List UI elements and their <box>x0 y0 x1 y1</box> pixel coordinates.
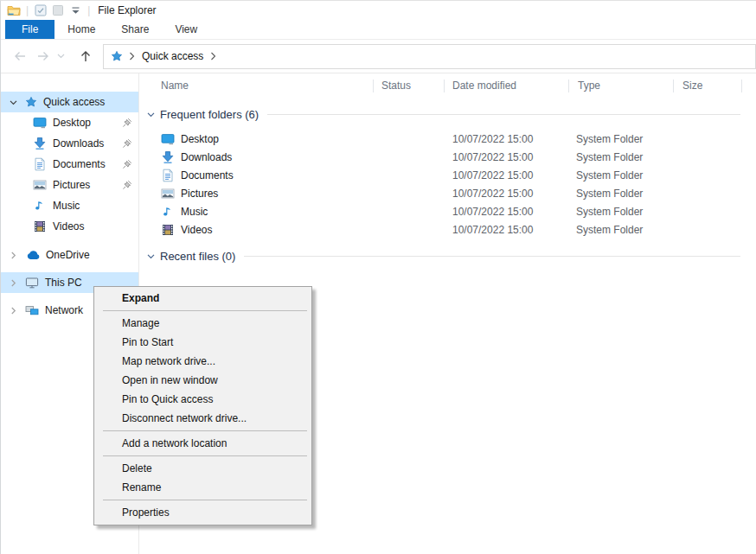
group-label: Recent files (0) <box>160 250 235 263</box>
chevron-right-icon[interactable] <box>9 251 18 260</box>
file-row-music[interactable]: Music10/07/2022 15:00System Folder <box>139 202 756 220</box>
file-date-modified: 10/07/2022 15:00 <box>452 188 533 200</box>
group-chevron-icon[interactable] <box>146 110 156 119</box>
new-item-icon[interactable] <box>50 3 66 18</box>
sidebar-item-downloads[interactable]: Downloads <box>1 133 138 154</box>
file-type: System Folder <box>576 188 643 200</box>
file-date-modified: 10/07/2022 15:00 <box>452 151 533 163</box>
menu-item-add-a-network-location[interactable]: Add a network location <box>94 434 311 453</box>
sidebar-item-label: Downloads <box>53 137 104 150</box>
sidebar-item-label: Network <box>45 304 83 316</box>
desktop-icon <box>161 132 175 146</box>
tab-share[interactable]: Share <box>108 20 162 39</box>
file-explorer-window: | | File Explorer FileHomeShareView Quic… <box>0 0 756 554</box>
videos-icon <box>33 220 47 233</box>
music-icon <box>161 205 175 219</box>
address-bar: Quick access <box>1 40 756 73</box>
sidebar-item-label: Quick access <box>43 96 105 108</box>
file-name: Music <box>181 206 208 218</box>
menu-item-pin-to-start[interactable]: Pin to Start <box>94 333 311 352</box>
menu-item-properties[interactable]: Properties <box>94 503 311 522</box>
menu-item-map-network-drive[interactable]: Map network drive... <box>94 352 311 371</box>
address-box[interactable]: Quick access <box>103 44 756 69</box>
sidebar-item-videos[interactable]: Videos <box>1 216 138 237</box>
file-type: System Folder <box>576 151 643 163</box>
sidebar-item-onedrive[interactable]: OneDrive <box>1 245 138 265</box>
sidebar-item-label: Music <box>53 200 80 212</box>
chevron-right-icon[interactable] <box>9 278 18 288</box>
up-arrow-icon[interactable] <box>74 45 97 67</box>
file-row-downloads[interactable]: Downloads10/07/2022 15:00System Folder <box>139 148 756 166</box>
file-date-modified: 10/07/2022 15:00 <box>452 224 533 236</box>
breadcrumb-chevron-icon[interactable] <box>210 52 216 60</box>
downloads-icon <box>161 150 175 164</box>
properties-check-icon[interactable] <box>33 3 48 18</box>
file-type: System Folder <box>576 224 643 236</box>
file-date-modified: 10/07/2022 15:00 <box>452 206 533 218</box>
column-header-date-modified[interactable]: Date modified <box>445 73 569 97</box>
column-header-size[interactable]: Size <box>674 73 742 97</box>
breadcrumb-chevron-icon[interactable] <box>129 52 135 60</box>
chevron-down-icon[interactable] <box>9 98 18 107</box>
sidebar-item-desktop[interactable]: Desktop <box>1 112 138 133</box>
sidebar-item-documents[interactable]: Documents <box>1 154 138 175</box>
menu-item-rename[interactable]: Rename <box>94 478 311 497</box>
file-type: System Folder <box>576 206 643 218</box>
chevron-right-icon[interactable] <box>9 306 18 315</box>
explorer-logo-icon <box>6 3 22 18</box>
column-header-name[interactable]: Name <box>139 73 374 97</box>
documents-icon <box>33 157 47 171</box>
videos-icon <box>161 223 175 237</box>
menu-item-open-in-new-window[interactable]: Open in new window <box>94 371 311 390</box>
file-date-modified: 10/07/2022 15:00 <box>452 169 533 181</box>
qat-caret-icon[interactable] <box>67 3 83 18</box>
menu-item-expand[interactable]: Expand <box>94 289 311 308</box>
group-header-frequent-folders[interactable]: Frequent folders (6) <box>146 105 756 123</box>
menu-item-delete[interactable]: Delete <box>94 459 311 478</box>
group-header-recent-files[interactable]: Recent files (0) <box>146 247 756 264</box>
menu-separator <box>103 500 307 500</box>
sidebar-item-label: Videos <box>53 220 84 232</box>
sidebar-item-music[interactable]: Music <box>1 195 138 216</box>
this-pc-icon <box>25 276 39 290</box>
menu-separator <box>103 430 307 431</box>
tab-file[interactable]: File <box>5 20 54 39</box>
groups-container: Frequent folders (6)Desktop10/07/2022 15… <box>139 105 756 264</box>
column-header-type[interactable]: Type <box>569 73 674 97</box>
desktop-icon <box>33 116 47 130</box>
sidebar-item-quick-access[interactable]: Quick access <box>1 92 138 112</box>
file-row-pictures[interactable]: Pictures10/07/2022 15:00System Folder <box>139 184 756 202</box>
sidebar-item-label: Documents <box>53 158 106 170</box>
file-name: Videos <box>181 224 212 236</box>
file-row-videos[interactable]: Videos10/07/2022 15:00System Folder <box>139 220 756 239</box>
group-rule <box>267 114 740 115</box>
qat-separator: | <box>87 4 90 16</box>
music-icon <box>33 199 47 213</box>
pin-icon <box>122 159 132 169</box>
group-chevron-icon[interactable] <box>146 252 156 261</box>
sidebar-item-label: This PC <box>45 277 82 289</box>
file-name: Documents <box>181 169 234 181</box>
group-label: Frequent folders (6) <box>160 108 259 121</box>
file-row-desktop[interactable]: Desktop10/07/2022 15:00System Folder <box>139 130 756 148</box>
documents-icon <box>161 169 175 182</box>
menu-separator <box>103 310 307 311</box>
forward-arrow-icon[interactable] <box>31 45 54 67</box>
file-date-modified: 10/07/2022 15:00 <box>452 133 533 145</box>
tab-view[interactable]: View <box>162 20 210 39</box>
sidebar-item-label: OneDrive <box>46 249 90 261</box>
menu-item-disconnect-network-drive[interactable]: Disconnect network drive... <box>94 409 311 428</box>
back-arrow-icon[interactable] <box>8 45 31 67</box>
column-header-status[interactable]: Status <box>374 73 445 97</box>
file-type: System Folder <box>576 133 643 145</box>
tab-home[interactable]: Home <box>54 20 108 39</box>
menu-item-manage[interactable]: Manage <box>94 314 311 333</box>
sidebar-item-label: Pictures <box>53 179 90 191</box>
sidebar-item-pictures[interactable]: Pictures <box>1 175 138 195</box>
history-caret-icon[interactable] <box>54 45 67 67</box>
file-row-documents[interactable]: Documents10/07/2022 15:00System Folder <box>139 166 756 184</box>
menu-item-pin-to-quick-access[interactable]: Pin to Quick access <box>94 390 311 409</box>
sidebar-gap <box>1 237 138 245</box>
breadcrumb-segment[interactable]: Quick access <box>141 50 204 62</box>
context-menu: ExpandManagePin to StartMap network driv… <box>93 286 312 525</box>
